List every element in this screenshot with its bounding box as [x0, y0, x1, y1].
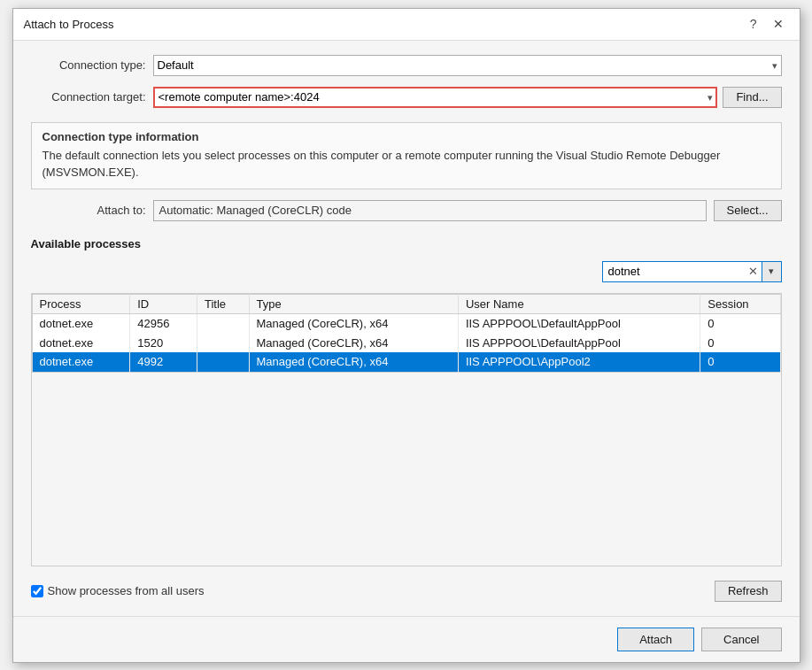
select-button[interactable]: Select... — [714, 200, 782, 221]
dialog-footer: Attach Cancel — [13, 616, 800, 662]
col-id[interactable]: ID — [130, 294, 197, 313]
attach-to-row: Attach to: Automatic: Managed (CoreCLR) … — [31, 200, 782, 221]
table-row[interactable]: dotnet.exe42956Managed (CoreCLR), x64IIS… — [32, 313, 780, 333]
connection-target-row: Connection target: Find... — [31, 87, 782, 108]
process-table: Process ID Title Type User Name Session … — [32, 294, 781, 373]
table-cell: 4992 — [130, 352, 197, 372]
connection-target-label: Connection target: — [31, 90, 146, 104]
col-username[interactable]: User Name — [458, 294, 700, 313]
col-process[interactable]: Process — [32, 294, 130, 313]
process-table-header: Process ID Title Type User Name Session — [32, 294, 780, 313]
info-box-text: The default connection lets you select p… — [43, 147, 770, 181]
table-row[interactable]: dotnet.exe4992Managed (CoreCLR), x64IIS … — [32, 352, 780, 372]
dialog-title: Attach to Process — [24, 18, 114, 31]
attach-to-label: Attach to: — [31, 204, 146, 217]
search-clear-icon[interactable]: ✕ — [745, 262, 762, 281]
available-processes-title: Available processes — [31, 237, 782, 250]
connection-target-input-wrap — [153, 87, 718, 108]
find-button[interactable]: Find... — [723, 87, 781, 108]
connection-target-input[interactable] — [153, 87, 718, 108]
process-table-scroll: Process ID Title Type User Name Session … — [32, 294, 781, 471]
table-cell: dotnet.exe — [32, 333, 130, 352]
connection-type-select-wrapper: DefaultSSHDocker (Linux Container) — [153, 55, 782, 76]
process-table-wrapper: Process ID Title Type User Name Session … — [31, 293, 782, 566]
table-cell: dotnet.exe — [32, 352, 130, 372]
col-session[interactable]: Session — [700, 294, 780, 313]
title-bar-controls: ? ✕ — [745, 16, 789, 32]
table-cell — [197, 313, 250, 333]
connection-type-label: Connection type: — [31, 58, 146, 72]
close-button[interactable]: ✕ — [768, 16, 789, 32]
attach-button[interactable]: Attach — [617, 628, 694, 651]
table-row[interactable]: dotnet.exe1520Managed (CoreCLR), x64IIS … — [32, 333, 780, 352]
connection-info-box: Connection type information The default … — [31, 122, 782, 189]
show-all-users-checkbox-label[interactable]: Show processes from all users — [31, 584, 205, 597]
connection-type-control: DefaultSSHDocker (Linux Container) — [153, 55, 782, 76]
table-cell: 0 — [700, 333, 780, 352]
search-input-wrap: ✕ ▾ — [602, 261, 782, 282]
table-cell: 0 — [700, 313, 780, 333]
table-cell: 42956 — [130, 313, 197, 333]
attach-to-process-dialog: Attach to Process ? ✕ Connection type: D… — [12, 8, 800, 663]
table-cell: 0 — [700, 352, 780, 372]
bottom-row: Show processes from all users Refresh — [31, 581, 782, 602]
table-cell: Managed (CoreCLR), x64 — [249, 313, 458, 333]
table-cell — [197, 333, 250, 352]
cancel-button[interactable]: Cancel — [701, 628, 781, 651]
table-cell: IIS APPPOOL\DefaultAppPool — [458, 313, 700, 333]
connection-type-select[interactable]: DefaultSSHDocker (Linux Container) — [153, 55, 782, 76]
connection-target-control: Find... — [153, 87, 782, 108]
attach-to-field: Automatic: Managed (CoreCLR) code — [153, 200, 707, 221]
table-cell — [197, 352, 250, 372]
table-cell: IIS APPPOOL\AppPool2 — [458, 352, 700, 372]
refresh-button[interactable]: Refresh — [715, 581, 782, 602]
search-row: ✕ ▾ — [31, 261, 782, 282]
connection-type-row: Connection type: DefaultSSHDocker (Linux… — [31, 55, 782, 76]
show-all-users-label: Show processes from all users — [48, 584, 205, 597]
process-table-header-row: Process ID Title Type User Name Session — [32, 294, 780, 313]
search-input[interactable] — [603, 262, 745, 281]
table-cell: dotnet.exe — [32, 313, 130, 333]
title-bar: Attach to Process ? ✕ — [13, 9, 800, 41]
info-box-title: Connection type information — [43, 130, 770, 143]
show-all-users-checkbox[interactable] — [31, 585, 43, 597]
table-cell: IIS APPPOOL\DefaultAppPool — [458, 333, 700, 352]
col-type[interactable]: Type — [249, 294, 458, 313]
table-cell: 1520 — [130, 333, 197, 352]
search-dropdown-button[interactable]: ▾ — [762, 262, 781, 281]
table-cell: Managed (CoreCLR), x64 — [249, 352, 458, 372]
col-title[interactable]: Title — [197, 294, 250, 313]
table-cell: Managed (CoreCLR), x64 — [249, 333, 458, 352]
process-table-body: dotnet.exe42956Managed (CoreCLR), x64IIS… — [32, 313, 780, 372]
dialog-body: Connection type: DefaultSSHDocker (Linux… — [13, 41, 800, 616]
help-button[interactable]: ? — [745, 16, 762, 32]
